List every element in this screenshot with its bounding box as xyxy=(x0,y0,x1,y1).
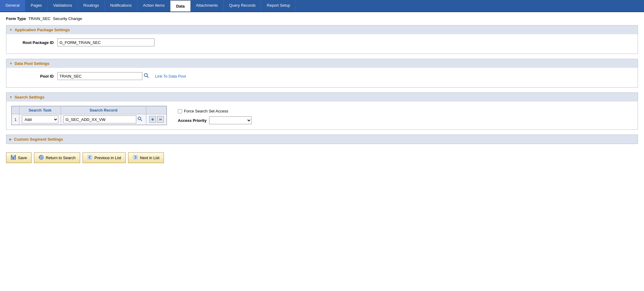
tab-notifications[interactable]: Notifications xyxy=(105,0,137,12)
tab-general[interactable]: General xyxy=(0,0,25,12)
search-table-container: Search Task Search Record 1 Add xyxy=(11,106,167,125)
next-icon xyxy=(133,155,138,161)
search-settings-title: Search Settings xyxy=(15,95,44,99)
app-package-header[interactable]: ▼ Application Package Settings xyxy=(6,25,638,34)
tab-action-items[interactable]: Action Items xyxy=(137,0,171,12)
data-pool-body: Pool ID Link To Data Pool xyxy=(6,68,638,87)
col-header-num xyxy=(12,106,19,114)
tab-bar: General Pages Validations Routings Notif… xyxy=(0,0,644,12)
app-package-section: ▼ Application Package Settings Root Pack… xyxy=(6,25,638,54)
row-action-cell xyxy=(146,114,167,125)
previous-in-list-button[interactable]: Previous in List xyxy=(83,152,126,163)
search-settings-section: ▼ Search Settings Search Task Search Rec… xyxy=(6,92,638,130)
next-in-list-button[interactable]: Next in List xyxy=(128,152,164,163)
custom-segment-section: ▶ Custom Segment Settings xyxy=(6,135,638,144)
add-row-button[interactable] xyxy=(149,116,156,123)
tab-query-records[interactable]: Query Records xyxy=(224,0,261,12)
task-cell: Add Correction Delete Update xyxy=(19,114,61,125)
col-header-task: Search Task xyxy=(19,106,61,114)
col-header-record: Search Record xyxy=(61,106,146,114)
form-type-label: Form Type xyxy=(6,16,26,21)
collapse-triangle-search: ▼ xyxy=(9,95,12,99)
form-type-description: Security Change xyxy=(53,16,82,21)
root-package-id-input[interactable] xyxy=(57,38,154,46)
search-task-select[interactable]: Add Correction Delete Update xyxy=(22,115,58,123)
search-table: Search Task Search Record 1 Add xyxy=(12,106,167,125)
svg-line-1 xyxy=(147,76,149,78)
record-search-icon[interactable] xyxy=(136,116,144,122)
form-type-code: TRAIN_SEC xyxy=(29,16,51,21)
app-package-title: Application Package Settings xyxy=(15,28,70,32)
force-search-label: Force Search Set Access xyxy=(184,109,228,113)
collapse-triangle-pool: ▼ xyxy=(9,62,12,65)
tab-pages[interactable]: Pages xyxy=(25,0,48,12)
pool-id-field-group: Link To Data Pool xyxy=(57,72,186,80)
table-row: 1 Add Correction Delete Update xyxy=(12,114,167,125)
svg-point-0 xyxy=(144,74,147,77)
root-package-id-label: Root Package ID xyxy=(11,40,54,45)
collapse-triangle-custom: ▶ xyxy=(9,138,12,141)
pool-id-search-icon[interactable] xyxy=(142,73,150,79)
force-search-row: Force Search Set Access xyxy=(178,109,252,113)
return-search-icon xyxy=(39,155,44,161)
pool-id-label: Pool ID xyxy=(11,74,54,79)
data-pool-header[interactable]: ▼ Data Pool Settings xyxy=(6,59,638,68)
data-pool-title: Data Pool Settings xyxy=(15,61,49,66)
previous-in-list-label: Previous in List xyxy=(94,156,121,160)
search-record-input[interactable] xyxy=(63,115,136,123)
link-to-data-pool[interactable]: Link To Data Pool xyxy=(155,74,186,79)
svg-line-3 xyxy=(141,119,142,121)
return-to-search-button[interactable]: Return to Search xyxy=(34,152,80,163)
custom-segment-title: Custom Segment Settings xyxy=(14,137,63,142)
col-header-actions xyxy=(146,106,167,114)
force-search-checkbox[interactable] xyxy=(178,109,182,113)
app-package-body: Root Package ID xyxy=(6,34,638,54)
tab-data[interactable]: Data xyxy=(170,0,190,12)
save-button[interactable]: Save xyxy=(6,152,32,163)
svg-rect-17 xyxy=(87,155,92,160)
bottom-bar: Save Return to Search Previ xyxy=(6,149,638,166)
svg-rect-10 xyxy=(12,155,15,157)
next-in-list-label: Next in List xyxy=(140,156,159,160)
row-number: 1 xyxy=(12,114,19,125)
pool-id-input[interactable] xyxy=(57,72,142,80)
search-settings-header[interactable]: ▼ Search Settings xyxy=(6,93,638,102)
tab-attachments[interactable]: Attachments xyxy=(191,0,224,12)
search-settings-flex: Search Task Search Record 1 Add xyxy=(11,106,633,125)
return-to-search-label: Return to Search xyxy=(46,156,76,160)
pool-id-row: Pool ID Link To Data Pool xyxy=(11,72,633,80)
tab-report-setup[interactable]: Report Setup xyxy=(261,0,296,12)
remove-row-button[interactable] xyxy=(157,116,164,123)
svg-point-2 xyxy=(138,117,141,120)
tab-validations[interactable]: Validations xyxy=(48,0,78,12)
save-icon xyxy=(11,155,16,161)
access-priority-row: Access Priority 1 2 3 xyxy=(178,116,252,124)
collapse-triangle-app: ▼ xyxy=(9,28,12,32)
save-label: Save xyxy=(18,156,27,160)
record-cell xyxy=(61,114,146,125)
main-content: Form Type TRAIN_SEC Security Change ▼ Ap… xyxy=(0,12,644,170)
search-record-group xyxy=(63,115,144,123)
custom-segment-header[interactable]: ▶ Custom Segment Settings xyxy=(6,135,638,144)
tab-routings[interactable]: Routings xyxy=(78,0,105,12)
access-priority-label: Access Priority xyxy=(178,118,207,123)
search-settings-body: Search Task Search Record 1 Add xyxy=(6,102,638,129)
form-type-row: Form Type TRAIN_SEC Security Change xyxy=(6,16,638,21)
data-pool-section: ▼ Data Pool Settings Pool ID Link To Dat… xyxy=(6,59,638,88)
right-panel: Force Search Set Access Access Priority … xyxy=(178,106,252,124)
svg-rect-12 xyxy=(12,158,14,159)
previous-icon xyxy=(87,155,93,161)
svg-rect-18 xyxy=(133,155,138,160)
root-package-id-row: Root Package ID xyxy=(11,38,633,46)
access-priority-select[interactable]: 1 2 3 xyxy=(209,116,252,124)
